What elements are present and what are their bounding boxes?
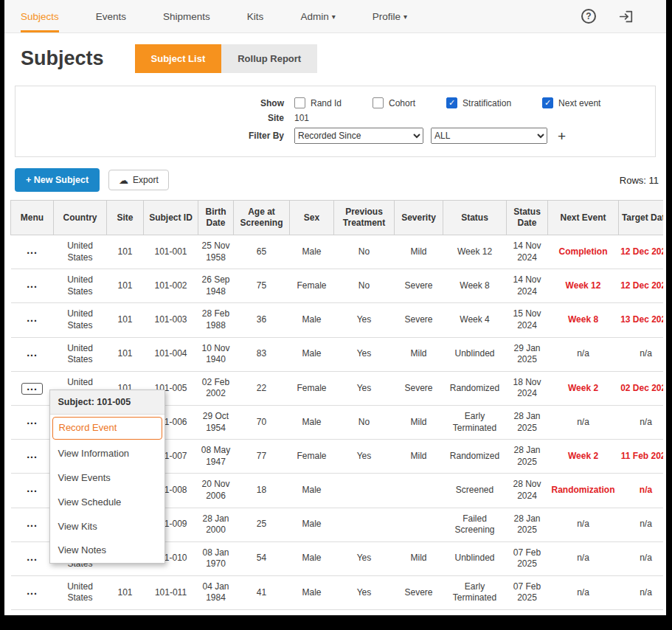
cell-target-date: n/a [619,508,664,541]
context-menu-items: Record EventView InformationView EventsV… [50,417,164,563]
column-header-country: Country [54,201,107,235]
cell-severity [395,508,443,541]
cell-subject-id: 101-002 [144,269,198,303]
nav-item-admin[interactable]: Admin▾ [300,0,335,32]
row-menu-button[interactable]: ... [21,451,43,463]
nav-item-kits[interactable]: Kits [247,0,264,32]
next-event-value: Week 2 [568,451,598,461]
target-date-value: 11 Feb 2025 [621,451,663,461]
nav-item-events[interactable]: Events [96,0,126,32]
rows-count: Rows: 11 [620,175,659,186]
cell-severity: Mild [395,440,443,474]
chevron-down-icon: ▾ [403,13,407,21]
next-event-value: Randomization [552,485,615,495]
nav-item-subjects[interactable]: Subjects [21,0,59,32]
checkbox-label: Cohort [389,98,415,108]
cell-site: 101 [107,575,144,609]
context-menu-item-view-notes[interactable]: View Notes [50,539,164,563]
row-menu-button[interactable]: ... [21,417,43,429]
cell-age: 22 [234,371,290,405]
column-header-birth-date: Birth Date [198,201,234,235]
table-header-row: MenuCountrySiteSubject IDBirth DateAge a… [11,201,664,235]
row-menu-button[interactable]: ... [21,485,43,496]
cell-target-date: n/a [619,541,664,575]
view-tabs: Subject ListRollup Report [135,44,318,73]
new-subject-button[interactable]: + New Subject [15,168,100,192]
cell-status: Week 4 [443,303,507,337]
export-button[interactable]: ☁ Export [108,170,169,190]
unchecked-checkbox-icon[interactable] [294,97,305,108]
target-date-value: n/a [640,587,652,598]
table-row: ... Subject: 101-005 Record EventView In… [11,371,664,405]
logout-icon[interactable] [618,10,634,24]
cell-status-date: 28 Jan 2025 [507,405,548,439]
cell-previous-treatment: Yes [334,303,395,337]
checkbox-next-event[interactable]: ✓Next event [542,97,600,108]
row-menu-button[interactable]: ... [21,246,43,258]
row-menu-button[interactable]: ... [21,587,43,599]
cell-next-event: Week 8 [548,303,619,337]
add-filter-button[interactable]: + [558,129,566,143]
checkbox-stratification[interactable]: ✓Stratification [446,97,511,108]
cell-menu: ... [11,405,54,439]
row-menu-button[interactable]: ... [21,519,43,531]
help-icon[interactable]: ? [581,9,596,24]
checked-checkbox-icon[interactable]: ✓ [446,97,457,108]
nav-item-shipments[interactable]: Shipments [163,0,210,32]
cell-severity: Severe [395,575,443,609]
cell-status: Early Terminated [443,405,507,439]
table-row: ...United States101101-00328 Feb 198836M… [11,303,664,337]
cell-sex: Male [290,508,334,541]
context-menu-item-view-kits[interactable]: View Kits [50,515,164,539]
cell-menu: ... [11,474,54,508]
column-header-next-event: Next Event [548,201,619,235]
checked-checkbox-icon[interactable]: ✓ [542,97,553,108]
cell-previous-treatment: Yes [334,541,395,575]
nav-item-profile[interactable]: Profile▾ [373,0,407,32]
app-window: SubjectsEventsShipmentsKitsAdmin▾Profile… [4,0,666,615]
cell-sex: Male [290,405,334,439]
tab-subject-list[interactable]: Subject List [135,44,222,73]
tab-rollup-report[interactable]: Rollup Report [221,44,317,73]
column-header-menu: Menu [11,201,54,235]
cell-status: Early Terminated [443,575,507,609]
cell-next-event: Week 2 [548,440,619,474]
checkbox-cohort[interactable]: Cohort [373,97,415,108]
context-menu-item-view-events[interactable]: View Events [50,466,164,491]
row-menu-button[interactable]: ... [21,349,43,361]
cell-age: 36 [234,303,290,337]
cell-birth-date: 02 Feb 2002 [198,371,234,405]
next-event-value: Week 2 [568,383,598,393]
cell-age: 70 [234,405,290,439]
cell-next-event: n/a [548,405,619,439]
cell-next-event: n/a [548,541,619,575]
cell-status-date: 29 Jan 2025 [507,337,548,371]
next-event-value: n/a [577,519,589,529]
row-menu-button[interactable]: ... [21,280,43,292]
cell-country: United States [54,337,107,371]
cell-menu: ... [11,303,54,337]
toolbar: + New Subject ☁ Export Rows: 11 [4,157,666,200]
cell-menu: ... Subject: 101-005 Record EventView In… [11,371,54,405]
cell-previous-treatment: Yes [334,440,395,474]
context-menu-item-record-event[interactable]: Record Event [52,417,162,440]
cell-previous-treatment [334,508,395,541]
cell-site: 101 [107,269,144,303]
target-date-value: n/a [640,519,652,529]
cell-subject-id: 101-004 [144,337,198,371]
row-menu-button[interactable]: ... [21,553,43,565]
row-menu-button[interactable]: ... [21,314,43,326]
unchecked-checkbox-icon[interactable] [373,97,384,108]
checkbox-rand-id[interactable]: Rand Id [294,97,342,108]
row-menu-button[interactable]: ... [21,383,43,395]
context-menu-item-view-schedule[interactable]: View Schedule [50,491,164,515]
target-date-value: n/a [640,553,652,563]
column-header-age-at-screening: Age at Screening [234,201,290,235]
filter-type-select[interactable]: Recorded Since [294,128,423,144]
filter-value-select[interactable]: ALL [431,128,547,144]
context-menu-item-view-information[interactable]: View Information [50,442,164,466]
cell-status: Failed Screening [443,508,507,541]
cell-status: Screened [443,474,507,508]
chevron-down-icon: ▾ [332,13,336,21]
column-header-previous-treatment: Previous Treatment [334,201,395,235]
